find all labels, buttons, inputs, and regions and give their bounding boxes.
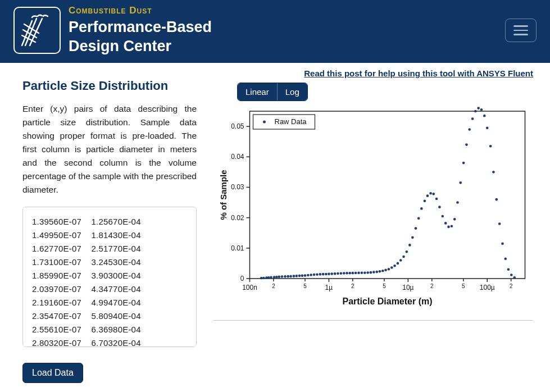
- svg-point-78: [379, 270, 381, 273]
- svg-point-68: [348, 272, 351, 275]
- svg-point-56: [313, 274, 316, 276]
- svg-text:0.01: 0.01: [231, 244, 244, 252]
- svg-point-115: [489, 145, 492, 148]
- svg-point-106: [462, 162, 465, 165]
- svg-point-41: [270, 276, 272, 279]
- svg-point-73: [363, 271, 366, 274]
- svg-point-83: [393, 265, 396, 267]
- svg-point-62: [330, 272, 333, 275]
- scale-log-button[interactable]: Log: [277, 83, 307, 101]
- svg-point-70: [354, 272, 357, 275]
- svg-point-109: [471, 117, 474, 120]
- svg-text:10µ: 10µ: [402, 284, 413, 291]
- svg-point-74: [366, 271, 369, 274]
- svg-point-94: [426, 194, 429, 197]
- svg-point-97: [435, 198, 438, 200]
- svg-point-107: [465, 143, 468, 146]
- svg-point-123: [513, 276, 516, 279]
- svg-text:2: 2: [272, 283, 275, 289]
- chart-svg: 00.010.020.030.040.05100n1µ10µ100µ252525…: [213, 104, 533, 312]
- svg-point-60: [325, 273, 328, 276]
- svg-text:100n: 100n: [242, 284, 257, 291]
- svg-point-80: [384, 269, 387, 272]
- svg-point-121: [507, 268, 510, 271]
- svg-text:2: 2: [430, 283, 434, 289]
- svg-point-40: [267, 276, 270, 279]
- svg-point-65: [340, 272, 343, 275]
- svg-point-54: [307, 274, 310, 277]
- svg-point-82: [390, 266, 393, 269]
- svg-text:0.05: 0.05: [231, 122, 244, 130]
- svg-point-38: [262, 277, 265, 280]
- svg-point-92: [420, 207, 423, 210]
- svg-point-125: [263, 121, 266, 124]
- svg-point-118: [498, 222, 501, 225]
- svg-point-86: [402, 256, 405, 258]
- svg-point-37: [260, 277, 263, 280]
- menu-button[interactable]: [505, 19, 537, 42]
- svg-text:Particle Diameter (m): Particle Diameter (m): [342, 297, 432, 306]
- svg-text:5: 5: [383, 283, 386, 289]
- svg-point-76: [372, 271, 375, 274]
- svg-point-47: [287, 275, 289, 278]
- svg-rect-0: [250, 111, 525, 279]
- svg-point-58: [319, 273, 322, 276]
- svg-point-55: [310, 274, 312, 276]
- svg-point-72: [361, 272, 363, 275]
- svg-point-116: [492, 171, 495, 174]
- svg-point-57: [316, 273, 319, 276]
- svg-text:0.03: 0.03: [231, 183, 244, 191]
- svg-point-114: [486, 127, 489, 130]
- svg-point-111: [477, 107, 480, 110]
- scale-toggle: Linear Log: [237, 83, 308, 101]
- svg-point-120: [504, 257, 507, 260]
- svg-point-64: [337, 272, 339, 275]
- svg-point-119: [501, 242, 504, 245]
- svg-point-79: [381, 270, 384, 272]
- svg-text:5: 5: [462, 283, 465, 289]
- svg-point-100: [444, 222, 447, 225]
- svg-point-95: [429, 192, 432, 195]
- svg-point-110: [474, 110, 477, 113]
- svg-point-108: [468, 128, 471, 131]
- svg-point-81: [388, 268, 390, 271]
- brand: Combustible Dust Performance-Based Desig…: [13, 5, 212, 55]
- svg-text:100µ: 100µ: [480, 284, 495, 291]
- svg-point-112: [480, 108, 483, 111]
- help-link[interactable]: Read this post for help using this tool …: [213, 69, 533, 78]
- svg-text:2: 2: [510, 283, 513, 289]
- svg-point-46: [284, 275, 287, 278]
- svg-point-117: [495, 198, 498, 201]
- svg-point-43: [275, 276, 278, 279]
- svg-point-51: [298, 275, 301, 277]
- scale-linear-button[interactable]: Linear: [238, 83, 277, 101]
- svg-point-105: [459, 181, 462, 184]
- svg-point-101: [447, 226, 450, 229]
- app-header: Combustible Dust Performance-Based Desig…: [0, 0, 550, 63]
- svg-point-99: [442, 215, 444, 218]
- svg-text:0: 0: [240, 275, 244, 282]
- svg-point-63: [334, 272, 337, 275]
- svg-point-71: [357, 272, 360, 275]
- chart: 00.010.020.030.040.05100n1µ10µ100µ252525…: [213, 104, 533, 312]
- svg-point-91: [417, 217, 420, 220]
- load-data-button[interactable]: Load Data: [22, 363, 83, 383]
- svg-point-93: [424, 200, 426, 203]
- brand-top: Combustible Dust: [69, 5, 212, 16]
- section-title: Particle Size Distribution: [22, 79, 197, 93]
- data-input[interactable]: [22, 207, 197, 347]
- svg-point-84: [397, 262, 399, 265]
- svg-point-104: [456, 201, 459, 204]
- svg-point-89: [411, 236, 414, 239]
- svg-point-69: [352, 272, 354, 275]
- svg-point-77: [375, 271, 378, 274]
- svg-point-61: [328, 273, 330, 276]
- svg-point-75: [370, 271, 372, 274]
- svg-point-88: [408, 244, 411, 247]
- section-description: Enter (x,y) pairs of data describing the…: [22, 102, 197, 197]
- svg-text:Raw Data: Raw Data: [275, 117, 307, 126]
- svg-point-48: [289, 275, 292, 278]
- svg-point-67: [346, 272, 348, 275]
- svg-point-50: [295, 275, 298, 277]
- svg-point-44: [278, 276, 280, 279]
